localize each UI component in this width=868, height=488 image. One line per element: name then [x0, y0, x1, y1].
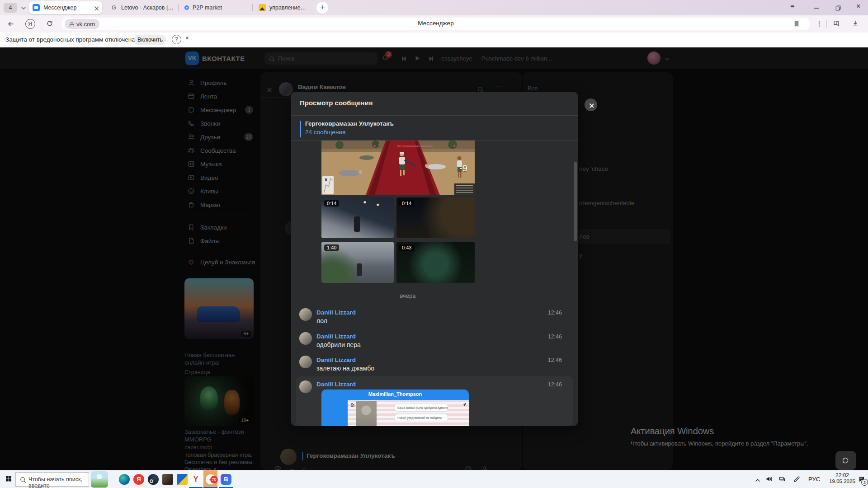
tab-messenger[interactable]: Мессенджер	[29, 1, 102, 14]
taskbar-search-box[interactable]: Чтобы начать поиск, введите	[15, 472, 89, 487]
tab-p2p[interactable]: P2P market	[181, 1, 251, 14]
tab-close-icon[interactable]	[93, 5, 99, 10]
tab-title: управление нба 2к14 на к	[269, 5, 307, 11]
desktop: 4 Мессенджер G Letovo - Аскаров | Gambit…	[0, 0, 868, 488]
modal-scrollbar[interactable]	[574, 162, 577, 241]
modal-reply-count-link[interactable]: 24 сообщения	[305, 129, 345, 136]
search-icon	[19, 476, 26, 483]
window-restore-icon[interactable]	[835, 5, 841, 11]
tabs-chevron-down-icon[interactable]	[20, 5, 26, 11]
sender-name[interactable]: Daniil Lizzard	[316, 309, 356, 316]
sender-avatar[interactable]	[299, 308, 312, 321]
video-thumbnail[interactable]: 0:14	[321, 197, 394, 238]
taskbar-search-placeholder: Чтобы начать поиск, введите	[28, 476, 89, 488]
modal-close-button[interactable]	[585, 99, 597, 111]
message-image-card[interactable]: Maximilian_Thompson Ваша заявка была одо…	[321, 389, 469, 426]
tab-title: Letovo - Аскаров | Gambit	[121, 5, 174, 11]
video-duration-badge: 1:40	[324, 244, 339, 251]
svg-text:[11] Гергоковрамазан_Уллукотак: [11] Гергоковрамазан_Уллукотакъ	[397, 145, 433, 147]
bookmark-flag-icon[interactable]	[793, 20, 800, 27]
message-text: лол	[316, 317, 327, 324]
sender-avatar[interactable]	[299, 356, 312, 368]
notification-count-badge: 2	[861, 479, 868, 486]
modal-reply-name: Гергоковрамазан Уллукотакъ	[305, 120, 394, 127]
windows-taskbar: Чтобы начать поиск, введите Я Y 70 B РУС…	[0, 470, 868, 488]
modal-title: Просмотр сообщения	[300, 99, 373, 107]
ring-favicon	[184, 5, 189, 10]
player-figure	[354, 216, 360, 232]
card-screenshot: Ваша заявка была одобрена администраторо…	[348, 400, 469, 426]
tab-nba[interactable]: управление нба 2к14 на к	[255, 1, 311, 14]
language-indicator[interactable]: РУС	[808, 476, 820, 483]
yandex-button[interactable]: Я	[25, 19, 35, 29]
message-text: одобрили пера	[316, 341, 361, 348]
modal-reply-bar	[300, 121, 301, 137]
taskbar-download-app[interactable]: 70	[203, 470, 217, 488]
card-title: Maximilian_Thompson	[321, 391, 469, 397]
sender-name[interactable]: Daniil Lizzard	[316, 381, 356, 388]
video-thumbnail[interactable]: 0:43	[396, 242, 475, 283]
start-button[interactable]	[5, 475, 14, 484]
tab-counter[interactable]: 4	[4, 3, 17, 13]
tab-letovo[interactable]: G Letovo - Аскаров | Gambit	[107, 1, 177, 14]
message-time: 12:46	[548, 310, 562, 316]
warning-text: Защита от вредоносных программ отключена	[5, 36, 135, 43]
page-title: Мессенджер	[363, 20, 508, 27]
sender-name[interactable]: Daniil Lizzard	[316, 357, 356, 363]
new-tab-button[interactable]: +	[316, 2, 328, 14]
weather-widget[interactable]	[91, 471, 108, 488]
player-figure	[357, 263, 362, 276]
download-count-badge: 70	[210, 476, 218, 483]
window-close-icon[interactable]: ×	[856, 2, 860, 10]
toolbar-dots-icon[interactable]	[816, 20, 823, 28]
vk-page: VK ВКОНТАКТЕ Поиск 3 essaycheye — Punchm…	[0, 47, 868, 470]
tab-title: Мессенджер	[43, 5, 93, 11]
address-bar[interactable]: vk.com Мессенджер	[61, 18, 810, 30]
back-icon[interactable]	[7, 20, 15, 28]
video-thumbnail[interactable]: 0:14	[396, 197, 475, 238]
taskbar-photo-app[interactable]	[160, 470, 175, 488]
collections-icon[interactable]	[833, 20, 840, 28]
taskbar-yandex-browser[interactable]: Y	[189, 470, 203, 488]
url-pill[interactable]: vk.com	[65, 19, 99, 29]
pen-icon[interactable]	[793, 476, 801, 483]
video-duration-badge: 0:14	[324, 200, 339, 206]
url-text: vk.com	[76, 21, 95, 28]
browser-menu-icon[interactable]: ≡	[790, 3, 794, 11]
warning-close-icon[interactable]: ×	[185, 34, 189, 42]
taskbar-yandex[interactable]: Я	[132, 470, 146, 488]
windows-activation-subtitle: Чтобы активировать Windows, перейдите в …	[631, 440, 808, 447]
reload-icon[interactable]	[46, 20, 54, 28]
observatory-graphic	[97, 474, 102, 479]
sender-avatar[interactable]	[299, 380, 312, 393]
video-thumbnail[interactable]: 1:40	[321, 242, 394, 283]
enable-protection-button[interactable]: Включить	[134, 35, 166, 45]
tab-separator	[252, 4, 253, 11]
date-divider: вчера	[381, 292, 435, 299]
taskbar-edge[interactable]	[117, 470, 132, 488]
tray-chevron-up-icon[interactable]	[754, 477, 760, 483]
game-character	[356, 401, 377, 426]
message-photo[interactable]: [11] Гергоковрамазан_Уллукотакъ -9	[321, 141, 475, 195]
network-icon[interactable]	[778, 475, 787, 484]
help-icon[interactable]: ?	[172, 35, 181, 44]
download-icon[interactable]	[852, 20, 859, 28]
video-duration-badge: 0:43	[399, 244, 414, 251]
taskbar-steam[interactable]	[146, 470, 160, 488]
taskbar-gta[interactable]	[175, 470, 189, 488]
g-favicon: G	[110, 4, 118, 11]
message-row-highlighted[interactable]: Daniil Lizzard 12:46 Maximilian_Thompson…	[296, 376, 573, 426]
clock[interactable]: 22:02 19.05.2025	[826, 472, 858, 484]
tray-date: 19.05.2025	[826, 479, 858, 484]
support-chat-widget-button[interactable]	[835, 451, 856, 470]
protection-warning-bar: Защита от вредоносных программ отключена…	[0, 33, 868, 47]
volume-icon[interactable]	[765, 475, 774, 483]
windows-activation-title: Активация Windows	[631, 426, 714, 436]
lock-icon	[68, 21, 74, 27]
message-time: 12:46	[548, 381, 562, 388]
message-time: 12:46	[548, 333, 562, 340]
sender-avatar[interactable]	[299, 332, 312, 345]
sender-name[interactable]: Daniil Lizzard	[316, 333, 356, 340]
window-minimize-icon[interactable]	[813, 5, 819, 11]
taskbar-vk[interactable]: B	[219, 470, 233, 488]
